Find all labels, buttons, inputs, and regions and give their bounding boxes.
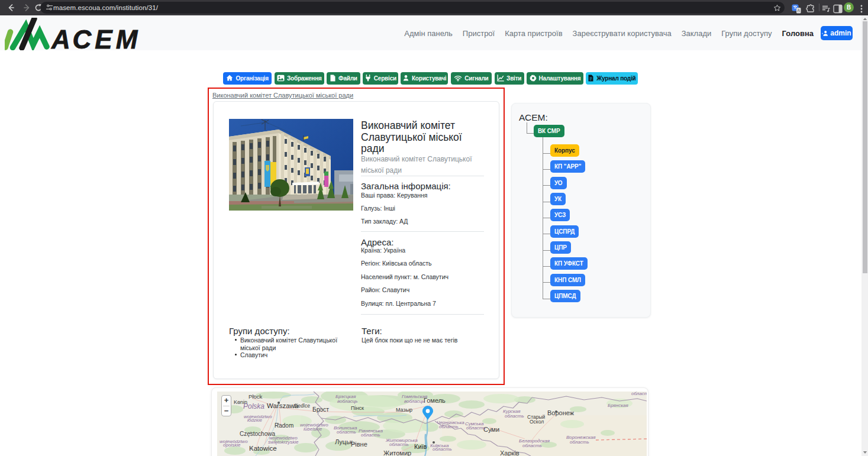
- svg-text:Житомир: Житомир: [383, 449, 411, 456]
- svg-text:АСЕМ: АСЕМ: [51, 25, 141, 50]
- svg-text:lubelskie: lubelskie: [304, 426, 322, 432]
- svg-text:Суми: Суми: [483, 426, 499, 433]
- svg-text:Брянская: Брянская: [608, 403, 628, 408]
- svg-text:область: область: [631, 392, 647, 396]
- svg-text:Katowice: Katowice: [249, 445, 277, 452]
- svg-text:świętokrzyskie: świętokrzyskie: [268, 439, 299, 445]
- svg-text:вобласць: вобласць: [404, 399, 425, 404]
- svg-text:Płock: Płock: [249, 393, 262, 400]
- svg-text:область: область: [337, 429, 356, 435]
- svg-text:Пінск: Пінск: [351, 405, 364, 411]
- svg-text:Воронеж: Воронеж: [547, 409, 575, 416]
- svg-text:Мазыр: Мазыр: [396, 407, 412, 413]
- svg-text:область: область: [389, 442, 409, 447]
- svg-text:opolskie: opolskie: [223, 442, 241, 448]
- svg-text:Луцьк: Луцьк: [335, 438, 353, 445]
- svg-text:область: область: [466, 425, 486, 431]
- svg-text:область: область: [361, 432, 380, 438]
- svg-text:вобласць: вобласць: [337, 399, 358, 404]
- svg-text:область: область: [570, 439, 589, 445]
- svg-text:Брэст: Брэст: [312, 406, 329, 413]
- svg-text:Рівне: Рівне: [351, 441, 367, 448]
- svg-text:область: область: [505, 413, 524, 419]
- svg-text:łódzkie: łódzkie: [247, 418, 262, 423]
- svg-text:Polska: Polska: [243, 402, 264, 410]
- svg-text:область: область: [433, 447, 452, 452]
- svg-text:область: область: [522, 443, 542, 448]
- svg-text:Харків: Харків: [500, 449, 519, 456]
- svg-text:область: область: [439, 424, 459, 429]
- svg-text:Оскол: Оскол: [530, 419, 544, 425]
- svg-text:Київ: Київ: [414, 443, 427, 450]
